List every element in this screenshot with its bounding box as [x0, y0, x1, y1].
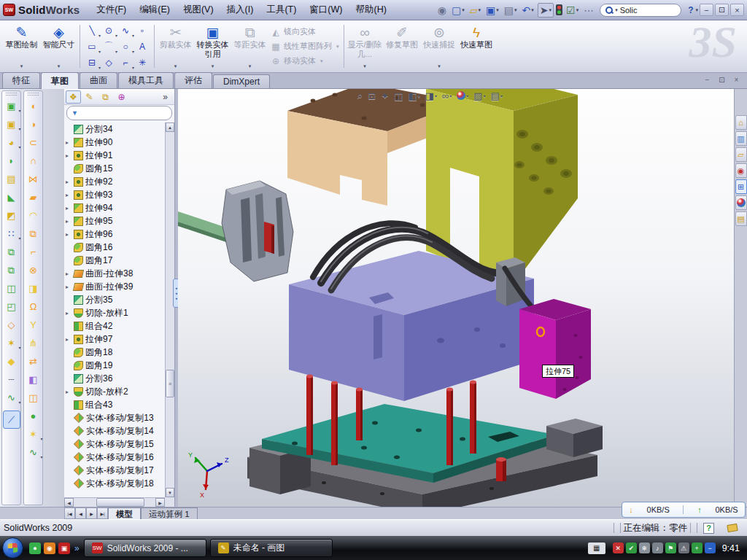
- feature-tree-item[interactable]: ▸ 切除-放样2: [66, 385, 165, 398]
- ribbon-tab[interactable]: 草图: [41, 72, 79, 89]
- messenger-quicklaunch-icon[interactable]: ●: [29, 542, 41, 554]
- expand-arrow-icon[interactable]: ▸: [66, 152, 71, 159]
- arc-tool[interactable]: ⌒▾: [101, 39, 117, 54]
- expand-arrow-icon[interactable]: ▸: [66, 271, 71, 277]
- sketch-fillet-tool[interactable]: ⌐▾: [117, 55, 133, 70]
- feature-tree-item[interactable]: ▸ 圆角16: [66, 241, 165, 254]
- view-orientation-icon[interactable]: ◧▾: [408, 90, 419, 101]
- security-alert-tray-icon[interactable]: ✕: [613, 542, 624, 553]
- study-nav-button[interactable]: ▶|: [97, 508, 108, 519]
- pattern-icon[interactable]: ∷▾: [3, 225, 20, 243]
- magnified-selection-icon[interactable]: ✦▾: [381, 90, 389, 101]
- design-library-tab-icon[interactable]: ▱: [735, 147, 747, 162]
- polygon-tool[interactable]: ◇▾: [101, 55, 117, 70]
- update-tray-icon[interactable]: +: [692, 542, 703, 553]
- toolbar-grip[interactable]: [28, 93, 39, 96]
- reference-geometry-2-icon[interactable]: ✶▾: [25, 425, 42, 443]
- feature-tree-item[interactable]: ▸ 组合42: [66, 319, 165, 332]
- feature-tree-item[interactable]: ▸ 曲面-拉伸38: [66, 267, 165, 280]
- ribbon-tab[interactable]: 评估: [174, 72, 212, 88]
- quick-tips-help-icon[interactable]: ?: [703, 523, 714, 534]
- feature-tree-item[interactable]: ▸ 实体-移动/复制17: [66, 464, 165, 477]
- scroll-right-icon[interactable]: ▶: [155, 498, 165, 507]
- search-scope-caret-icon[interactable]: ▾: [615, 7, 618, 13]
- expand-arrow-icon[interactable]: ▸: [66, 139, 71, 146]
- expand-arrow-icon[interactable]: ▸: [66, 218, 71, 225]
- feature-tree-item[interactable]: ▸ 实体-移动/复制14: [66, 424, 165, 438]
- menu-item[interactable]: 编辑(E): [133, 2, 177, 18]
- propertymanager-tab-icon[interactable]: ✎: [82, 90, 97, 104]
- undo-icon[interactable]: ↶▾: [521, 3, 535, 18]
- study-nav-button[interactable]: ◀: [75, 508, 86, 519]
- scrollbar-thumb[interactable]: ≡: [166, 370, 174, 397]
- end-block-part[interactable]: [546, 419, 603, 457]
- display-style-icon[interactable]: ◨▾: [425, 90, 437, 101]
- repair-sketch-button[interactable]: ✐ 修复草图 ▾: [384, 22, 421, 71]
- plane-icon[interactable]: ◆▾: [3, 352, 20, 370]
- new-file-icon[interactable]: ▢▾: [450, 3, 466, 18]
- scroll-down-icon[interactable]: ▼: [166, 488, 174, 497]
- feature-tree-item[interactable]: ▸ 曲面-拉伸39: [66, 280, 165, 293]
- spline-tool[interactable]: ∿▾: [117, 23, 133, 38]
- graphics-viewport[interactable]: Y X Z ⌕▾⊡▾✦▾◫▾◧▾◨▾∞▾▾▨▾▤▾ 拉伸75: [178, 89, 734, 507]
- help-button[interactable]: ?: [686, 5, 695, 15]
- pin-icon[interactable]: ◉▾: [436, 3, 448, 18]
- boundary-boss-icon[interactable]: ⋈▾: [25, 170, 42, 188]
- feature-tree-item[interactable]: ▸ 圆角18: [66, 346, 165, 359]
- ribbon-tab[interactable]: 曲面: [80, 72, 117, 88]
- expand-arrow-icon[interactable]: ▸: [66, 389, 71, 395]
- feature-tree-item[interactable]: ▸ 拉伸97: [66, 332, 165, 346]
- feature-tree-item[interactable]: ▸ 切除-放样1: [66, 306, 165, 319]
- feature-tree-item[interactable]: ▸ 分割35: [66, 293, 165, 306]
- feature-tree-item[interactable]: ▸ 分割34: [66, 122, 165, 136]
- feature-tree-item[interactable]: ▸ 拉伸93: [66, 188, 165, 201]
- ribbon-tab[interactable]: 模具工具: [118, 72, 174, 88]
- magenta-insert-part[interactable]: [519, 299, 591, 399]
- reference-geometry-icon[interactable]: ✶▾: [3, 334, 20, 352]
- side-core-part[interactable]: [178, 181, 293, 281]
- feature-tree-item[interactable]: ▸ 实体-移动/复制13: [66, 411, 165, 424]
- expand-arrow-icon[interactable]: ▸: [66, 179, 71, 185]
- trim-entities-button[interactable]: ✂ 剪裁实体 ▾: [157, 22, 194, 71]
- apply-scene-icon[interactable]: ▨▾: [473, 90, 485, 101]
- view-settings-icon[interactable]: ▤▾: [491, 90, 503, 101]
- dome-icon[interactable]: ◠▾: [25, 206, 42, 225]
- doc-minimize-button[interactable]: −: [701, 74, 713, 85]
- revolved-boss-icon[interactable]: ◖▾: [25, 97, 42, 115]
- feature-tree-item[interactable]: ▸ 拉伸95: [66, 214, 165, 228]
- flex-bend-icon[interactable]: ⌐▾: [25, 243, 42, 261]
- expand-arrow-icon[interactable]: ▸: [66, 284, 71, 290]
- expand-arrow-icon[interactable]: ▸: [66, 231, 71, 238]
- expand-arrow-icon[interactable]: ▸: [66, 192, 71, 198]
- input-language-icon[interactable]: ▦: [588, 542, 605, 554]
- select-arrow-icon[interactable]: ➤▾: [538, 3, 554, 18]
- taskbar-window-solidworks[interactable]: SW SolidWorks 2009 - ...: [84, 539, 206, 557]
- options-icon[interactable]: ☑▾: [565, 3, 580, 18]
- expand-pane-icon[interactable]: »: [158, 90, 173, 104]
- feature-tree-item[interactable]: ▸ 拉伸90: [66, 136, 165, 149]
- quick-launch-expand-icon[interactable]: »: [74, 543, 80, 553]
- extruded-boss-icon[interactable]: ▣▾: [3, 97, 20, 115]
- lofted-cut-icon[interactable]: ∩▾: [25, 152, 42, 170]
- menu-item[interactable]: 视图(V): [177, 2, 220, 18]
- feature-tree-item[interactable]: ▸ 拉伸94: [66, 201, 165, 214]
- settings-tray-icon[interactable]: ❄: [639, 542, 650, 553]
- intersect-icon[interactable]: Y▾: [25, 316, 42, 334]
- ribbon-tab[interactable]: DimXpert: [213, 74, 270, 88]
- configurationmanager-tab-icon[interactable]: ⧉: [98, 90, 113, 104]
- ribbon-tab[interactable]: 特征: [2, 72, 40, 88]
- doc-restore-button[interactable]: ⊡: [716, 74, 728, 85]
- sync-tray-icon[interactable]: −: [705, 542, 716, 553]
- close-button[interactable]: ×: [730, 4, 744, 16]
- sketch-button[interactable]: ✎ 草图绘制 ▾: [3, 22, 40, 71]
- delete-body-icon[interactable]: ⊗▾: [25, 261, 42, 279]
- curve-icon[interactable]: ∿▾: [3, 389, 20, 407]
- section-view-icon[interactable]: ◫▾: [394, 90, 403, 101]
- custom-properties-tab-icon[interactable]: ▤: [735, 211, 747, 226]
- mirror-bodies-icon[interactable]: ⧉▾: [3, 243, 20, 261]
- feature-tree-item[interactable]: ▸ 实体-移动/复制18: [66, 477, 165, 490]
- combine-bodies-icon[interactable]: ◰▾: [3, 298, 20, 316]
- axis-icon[interactable]: ┄▾: [3, 370, 20, 389]
- split-body-icon[interactable]: ◫▾: [3, 279, 20, 298]
- selection-box-tool[interactable]: ▫▾: [134, 23, 150, 38]
